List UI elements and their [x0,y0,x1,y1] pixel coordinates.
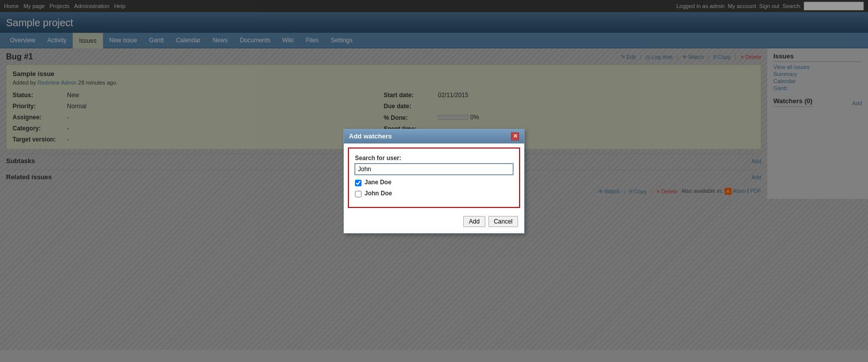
watcher-name: Jane Doe [365,179,391,186]
modal-close-button[interactable]: ✕ [511,132,519,140]
modal-body: Search for user: Jane DoeJohn Doe [348,148,520,208]
watcher-checkbox[interactable] [355,191,361,197]
watcher-name: John Doe [365,190,392,197]
add-watchers-modal: Add watchers ✕ Search for user: Jane Doe… [343,129,525,234]
search-user-label: Search for user: [355,155,513,162]
modal-title: Add watchers [349,132,392,140]
modal-cancel-button[interactable]: Cancel [488,216,518,227]
modal-header: Add watchers ✕ [344,129,524,143]
watcher-checkbox[interactable] [355,180,361,186]
modal-add-button[interactable]: Add [463,216,485,227]
search-user-input[interactable] [355,164,513,175]
modal-overlay[interactable]: Add watchers ✕ Search for user: Jane Doe… [0,0,868,350]
modal-footer: Add Cancel [344,212,524,233]
watcher-option: Jane Doe [355,179,513,188]
watcher-option: John Doe [355,190,513,199]
watcher-list: Jane DoeJohn Doe [355,179,513,199]
